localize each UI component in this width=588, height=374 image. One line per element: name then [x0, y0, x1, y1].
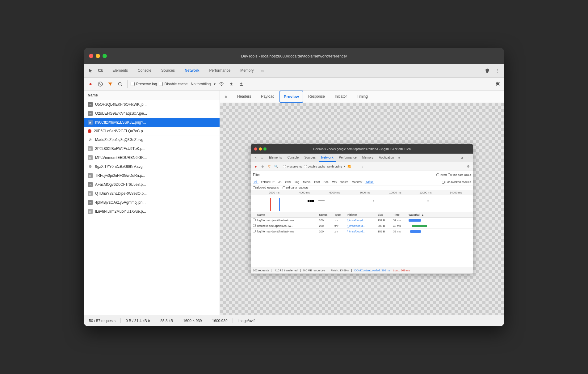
svg-rect-1	[101, 70, 103, 71]
svg-point-4	[119, 82, 121, 85]
main-tabs: Elements Console Sources Network Perform…	[107, 64, 266, 77]
disable-cache-label[interactable]: Disable cache	[159, 82, 187, 86]
more-options-icon[interactable]: ⋮	[493, 66, 502, 75]
inspect-icon[interactable]	[86, 66, 95, 75]
inner-preserve-log: Preserve log	[283, 165, 303, 168]
inner-chip-manifest: Manifest	[351, 180, 363, 184]
title-bar: DevTools - localhost:8080/docs/devtools/…	[84, 48, 504, 64]
list-item-selected[interactable]: ▣ h90CtfziXluvh1LSSKJE.png?...	[84, 118, 220, 127]
list-item[interactable]: ⊘ MadqZslZpo1sj3qQ3GsZ.svg	[84, 135, 220, 144]
inner-inspect-icon: ↖	[253, 155, 258, 161]
inner-table-row: batchexecute?rpcids=xZTw... 200 xhr /_/m…	[251, 223, 473, 229]
status-sep5	[233, 318, 233, 323]
list-item[interactable]: IMG 4pIMBj7zOAk1y5Agmmoj.pn...	[84, 198, 220, 207]
tab-initiator[interactable]: Initiator	[330, 91, 352, 103]
disable-cache-checkbox[interactable]	[159, 82, 163, 86]
throttle-dropdown[interactable]: No throttling	[190, 82, 212, 86]
tab-payload[interactable]: Payload	[256, 91, 279, 103]
inner-footer-sep4: |	[351, 269, 352, 272]
preserve-log-label[interactable]: Preserve log	[131, 82, 157, 86]
inner-chip-css: CSS	[284, 180, 292, 184]
file-icon-settings: ⚙	[88, 164, 93, 169]
tab-response[interactable]: Response	[303, 91, 330, 103]
list-item[interactable]: ▤ MPcVmmemtEEDURBN6lGK...	[84, 153, 220, 162]
inner-settings-icon: ⚙	[459, 155, 464, 161]
upload-icon[interactable]	[227, 80, 235, 88]
inner-blocked-requests: Blocked Requests	[253, 186, 279, 189]
list-item[interactable]: IMG O2slJEHG9avKV4aqzSx7.jpe...	[84, 109, 220, 118]
inner-chip-media: Media	[302, 180, 312, 184]
wifi-icon[interactable]	[217, 80, 225, 88]
inner-tab-network: Network	[319, 154, 336, 162]
svg-rect-6	[230, 86, 233, 86]
inner-tab-console: Console	[285, 154, 301, 162]
file-list: IMG U5OHzQL4tEKFr6OFlxWK.jp... IMG O2slJ…	[84, 100, 220, 315]
list-item[interactable]: ▤ 2P2L80XfBoFWJFxU9TpK.p...	[84, 144, 220, 153]
tabs-right-actions: ⋮	[483, 66, 502, 75]
inner-footer: 102 requests | 410 kB transferred | 5.0 …	[251, 267, 473, 274]
list-item[interactable]: ▤ QTDnaY32hLDipeRW8e3O.p...	[84, 189, 220, 198]
window-title: DevTools - localhost:8080/docs/devtools/…	[241, 54, 347, 58]
list-item[interactable]: ▤ lLuvhNlJlrm2Muol4U1Xvue.p...	[84, 207, 220, 216]
tab-console[interactable]: Console	[133, 64, 156, 77]
inner-hide-urls: Hide data URLs	[448, 173, 471, 176]
tab-preview[interactable]: Preview	[279, 91, 303, 103]
search-button[interactable]	[116, 80, 124, 88]
clear-button[interactable]	[96, 80, 104, 88]
inner-footer-sep: |	[271, 269, 272, 272]
file-icon-blue: ▣	[88, 120, 93, 125]
network-settings-icon[interactable]	[494, 80, 502, 88]
maximize-button[interactable]	[103, 54, 107, 58]
status-bar: 50 / 57 requests 0 B / 31.4 kB tr 85.8 k…	[84, 315, 504, 326]
file-icon-gray: ▤	[88, 146, 93, 151]
settings-icon[interactable]	[483, 66, 492, 75]
status-transferred: 0 B / 31.4 kB tr	[126, 319, 150, 323]
file-icon-img: IMG	[88, 102, 93, 107]
tab-elements[interactable]: Elements	[107, 64, 133, 77]
filter-button[interactable]	[106, 80, 114, 88]
preserve-log-checkbox[interactable]	[131, 82, 135, 86]
timeline-red-line	[270, 198, 271, 211]
minimize-button[interactable]	[96, 54, 100, 58]
inner-device-icon: ▱	[259, 155, 265, 161]
close-preview-button[interactable]: ✕	[222, 93, 230, 100]
status-ratio: 1600:939	[212, 319, 228, 323]
list-item[interactable]: 20E6CLcSzNV2GELQu7oC.p...	[84, 127, 220, 135]
inner-chip-wasm: Wasm	[339, 180, 349, 184]
inner-footer-sep3: |	[327, 269, 328, 272]
content-area: Name IMG U5OHzQL4tEKFr6OFlxWK.jp... IMG …	[84, 91, 504, 315]
file-list-header: Name	[84, 91, 220, 100]
tab-timing[interactable]: Timing	[352, 91, 373, 103]
tab-headers[interactable]: Headers	[232, 91, 256, 103]
tab-performance[interactable]: Performance	[204, 64, 235, 77]
inner-close	[254, 147, 257, 151]
device-toggle-icon[interactable]	[96, 66, 105, 75]
devtools-window: DevTools - localhost:8080/docs/devtools/…	[84, 48, 504, 326]
list-item[interactable]: IMG AFacMOgv6D0CFTr6U5e8.p...	[84, 180, 220, 189]
inner-tab-performance: Performance	[337, 154, 359, 162]
list-item[interactable]: ▤ TRFujw0pi0nHF3GwDuRn.p...	[84, 171, 220, 180]
inner-table-row: log?format=json&hasfast=true 200 xhr /_/…	[251, 218, 473, 223]
close-button[interactable]	[89, 54, 93, 58]
list-item[interactable]: IMG U5OHzQL4tEKFr6OFlxWK.jp...	[84, 100, 220, 109]
inner-network-settings: ⚙	[465, 164, 471, 169]
preview-tabs-bar: ✕ Headers Payload Preview Response Initi…	[220, 91, 504, 103]
list-item[interactable]: ⚙ 9gzXiTYY0nZzBxGl6KrV.svg	[84, 162, 220, 171]
file-icon-gray2: ▤	[88, 155, 93, 160]
tab-network[interactable]: Network	[180, 64, 204, 77]
file-icon-red	[88, 129, 91, 133]
more-tabs-button[interactable]: »	[258, 64, 266, 77]
inner-disable-cache: Disable cache	[304, 165, 326, 168]
status-type: image/avif	[238, 319, 255, 323]
inner-right-icons: ⚙ ⋮	[459, 155, 471, 161]
tab-memory[interactable]: Memory	[235, 64, 258, 77]
tab-sources[interactable]: Sources	[156, 64, 180, 77]
toolbar-right	[494, 80, 502, 88]
status-size: 85.8 kB	[160, 319, 173, 323]
inner-tab-application: Application	[376, 154, 397, 162]
separator-1	[127, 80, 128, 88]
file-icon-img4: IMG	[88, 200, 93, 205]
record-button[interactable]: ●	[86, 80, 94, 88]
inner-chip-js: JS	[277, 180, 283, 184]
download-icon[interactable]	[237, 80, 245, 88]
